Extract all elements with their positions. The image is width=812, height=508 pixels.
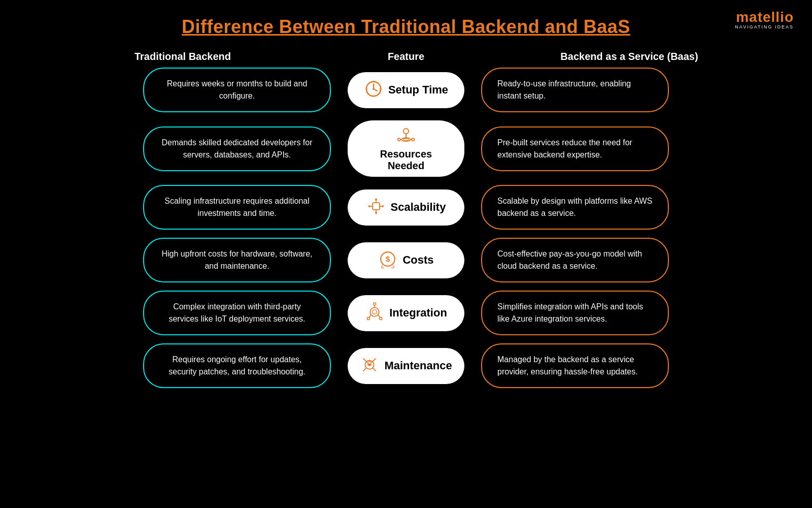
svg-point-10 — [398, 138, 400, 141]
baas-description-3: Cost-effective pay-as-you-go model with … — [481, 238, 669, 282]
comparison-row: Complex integration with third-party ser… — [20, 291, 792, 335]
svg-point-4 — [403, 129, 409, 134]
feature-label-4: Integration — [389, 306, 447, 320]
baas-description-2: Scalable by design with platforms like A… — [481, 185, 669, 230]
pill-inner-3: $ Costs — [348, 242, 464, 278]
feature-label-0: Setup Time — [388, 83, 448, 97]
resources-icon — [396, 125, 416, 147]
traditional-backend-description-4: Complex integration with third-party ser… — [143, 291, 331, 335]
pill-inner-5: Maintenance — [348, 348, 464, 384]
maintenance-icon — [360, 355, 379, 377]
traditional-backend-description-5: Requires ongoing effort for updates, sec… — [143, 343, 331, 388]
pill-inner-4: Integration — [348, 295, 464, 331]
right-cell-3: Cost-effective pay-as-you-go model with … — [472, 238, 792, 282]
feature-label-2: Scalability — [391, 201, 446, 214]
header-right: Backend as a Service (Baas) — [477, 51, 782, 62]
logo-name: matellio — [735, 10, 794, 24]
baas-description-1: Pre-built services reduce the need for e… — [481, 126, 669, 171]
traditional-backend-description-2: Scaling infrastructure requires addition… — [143, 185, 331, 230]
logo-accent: ma — [736, 9, 757, 25]
svg-text:$: $ — [386, 255, 390, 263]
left-cell-1: Demands skilled dedicated developers for… — [20, 126, 340, 171]
column-headers: Traditional Backend Feature Backend as a… — [0, 51, 812, 62]
comparison-row: Scaling infrastructure requires addition… — [20, 185, 792, 230]
svg-point-30 — [367, 317, 369, 320]
traditional-backend-description-1: Demands skilled dedicated developers for… — [143, 126, 331, 171]
svg-point-24 — [373, 309, 377, 314]
left-cell-5: Requires ongoing effort for updates, sec… — [20, 343, 340, 388]
right-cell-4: Simplifies integration with APIs and too… — [472, 291, 792, 335]
svg-point-11 — [412, 138, 414, 141]
scalability-icon — [366, 197, 386, 218]
clock-icon — [364, 79, 383, 101]
right-cell-2: Scalable by design with platforms like A… — [472, 185, 792, 230]
svg-marker-19 — [367, 205, 369, 207]
page-title: Difference Between Traditional Backend a… — [0, 0, 812, 47]
svg-line-29 — [369, 315, 371, 317]
feature-pill-2: Scalability — [340, 189, 472, 226]
svg-marker-20 — [382, 205, 384, 207]
svg-line-3 — [374, 89, 377, 91]
pill-inner-1: ResourcesNeeded — [348, 120, 464, 177]
pill-inner-2: Scalability — [348, 189, 464, 226]
feature-pill-1: ResourcesNeeded — [340, 120, 472, 177]
costs-icon: $ — [378, 249, 397, 271]
svg-point-32 — [368, 363, 371, 366]
svg-point-23 — [370, 307, 379, 316]
comparison-row: Demands skilled dedicated developers for… — [20, 120, 792, 177]
feature-pill-5: Maintenance — [340, 348, 472, 384]
comparison-row: High upfront costs for hardware, softwar… — [20, 238, 792, 282]
logo: matellio NAVIGATING IDEAS — [735, 10, 794, 29]
left-cell-2: Scaling infrastructure requires addition… — [20, 185, 340, 230]
traditional-backend-description-3: High upfront costs for hardware, softwar… — [143, 238, 331, 282]
right-cell-1: Pre-built services reduce the need for e… — [472, 126, 792, 171]
feature-pill-4: Integration — [340, 295, 472, 331]
left-cell-0: Requires weeks or months to build and co… — [20, 68, 340, 112]
baas-description-5: Managed by the backend as a service prov… — [481, 343, 669, 388]
svg-marker-17 — [375, 198, 377, 200]
traditional-backend-description-0: Requires weeks or months to build and co… — [143, 68, 331, 112]
right-cell-0: Ready-to-use infrastructure, enabling in… — [472, 68, 792, 112]
baas-description-4: Simplifies integration with APIs and too… — [481, 291, 669, 335]
pill-inner-0: Setup Time — [348, 72, 464, 108]
logo-tagline: NAVIGATING IDEAS — [735, 24, 794, 29]
feature-pill-0: Setup Time — [340, 72, 472, 108]
comparison-table: Requires weeks or months to build and co… — [0, 68, 812, 388]
integration-icon — [365, 302, 384, 324]
header-left: Traditional Backend — [30, 51, 335, 62]
right-cell-5: Managed by the backend as a service prov… — [472, 343, 792, 388]
svg-marker-18 — [375, 212, 377, 214]
svg-point-6 — [403, 139, 409, 141]
header-center: Feature — [335, 51, 477, 62]
svg-point-26 — [374, 302, 376, 305]
feature-label-1: ResourcesNeeded — [380, 148, 432, 172]
feature-label-5: Maintenance — [384, 359, 452, 372]
baas-description-0: Ready-to-use infrastructure, enabling in… — [481, 68, 669, 112]
svg-rect-12 — [373, 203, 380, 210]
svg-line-27 — [378, 315, 380, 317]
feature-pill-3: $ Costs — [340, 242, 472, 278]
comparison-row: Requires ongoing effort for updates, sec… — [20, 343, 792, 388]
comparison-row: Requires weeks or months to build and co… — [20, 68, 792, 112]
left-cell-3: High upfront costs for hardware, softwar… — [20, 238, 340, 282]
left-cell-4: Complex integration with third-party ser… — [20, 291, 340, 335]
svg-point-28 — [380, 317, 382, 320]
feature-label-3: Costs — [402, 253, 433, 267]
